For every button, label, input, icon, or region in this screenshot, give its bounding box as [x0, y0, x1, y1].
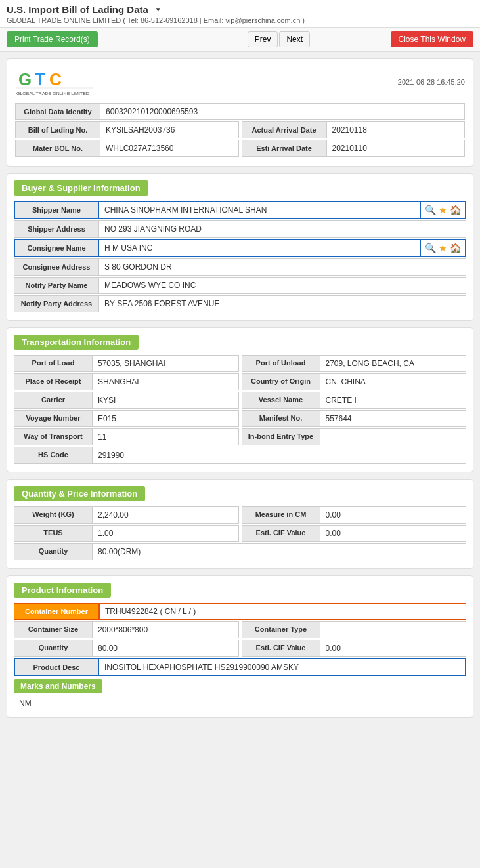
buyer-supplier-header: Buyer & Supplier Information	[14, 180, 148, 196]
inbond-label: In-bond Entry Type	[242, 428, 320, 445]
measure-value: 0.00	[320, 506, 467, 524]
notify-address-label: Notify Party Address	[14, 295, 99, 312]
shipper-address-label: Shipper Address	[14, 220, 99, 238]
product-header: Product Information	[14, 583, 111, 598]
nav-buttons: Prev Next	[248, 31, 310, 47]
product-desc-value: INOSITOL HEXAPHOSPHATE HS2919900090 AMSK…	[99, 658, 466, 676]
product-desc-row: Product Desc INOSITOL HEXAPHOSPHATE HS29…	[14, 658, 466, 676]
product-section: Product Information Container Number TRH…	[7, 575, 473, 718]
consignee-search-icon[interactable]: 🔍	[425, 243, 436, 253]
vessel-col: Vessel Name CRETE I	[242, 392, 467, 409]
esti-arrival-col: Esti Arrival Date 20210110	[242, 140, 466, 157]
gdi-label: Global Data Identity	[15, 103, 100, 120]
container-type-col: Container Type	[242, 621, 467, 638]
vessel-label: Vessel Name	[242, 392, 320, 409]
shipper-name-label: Shipper Name	[14, 201, 99, 219]
port-load-row: Port of Load 57035, SHANGHAI Port of Unl…	[14, 355, 466, 372]
title-text: U.S. Import Bill of Lading Data	[7, 4, 148, 15]
consignee-icons: 🔍 ★ 🏠	[421, 239, 466, 257]
measure-col: Measure in CM 0.00	[242, 506, 467, 524]
notify-address-value: BY SEA 2506 FOREST AVENUE	[99, 295, 466, 312]
teus-row: TEUS 1.00 Esti. CIF Value 0.00	[14, 525, 466, 542]
hs-code-row: HS Code 291990	[14, 447, 466, 464]
prev-button[interactable]: Prev	[248, 31, 278, 47]
main-content: G T C GLOBAL TRADE ONLINE LIMITED 2021-0…	[0, 52, 480, 731]
prod-quantity-col: Quantity 80.00	[14, 640, 239, 657]
esti-cif-label: Esti. CIF Value	[242, 525, 320, 542]
prod-esti-cif-value: 0.00	[320, 640, 467, 657]
shipper-name-row: Shipper Name CHINA SINOPHARM INTERNATION…	[14, 201, 466, 219]
actual-arrival-col: Actual Arrival Date 20210118	[242, 121, 466, 138]
consignee-name-value: H M USA INC	[99, 239, 421, 257]
shipper-name-value: CHINA SINOPHARM INTERNATIONAL SHAN	[99, 201, 421, 219]
port-unload-label: Port of Unload	[242, 355, 320, 372]
marks-section: Marks and Numbers NM	[14, 679, 466, 711]
shipper-search-icon[interactable]: 🔍	[425, 205, 436, 215]
container-size-label: Container Size	[14, 621, 93, 638]
close-button[interactable]: Close This Window	[391, 31, 473, 47]
carrier-row: Carrier KYSI Vessel Name CRETE I	[14, 392, 466, 409]
container-size-col: Container Size 2000*806*800	[14, 621, 239, 638]
quantity-value: 80.00(DRM)	[93, 543, 466, 560]
marks-header: Marks and Numbers	[14, 679, 102, 693]
esti-arrival-value: 20210110	[327, 140, 466, 157]
prod-quantity-value: 80.00	[93, 640, 239, 657]
consignee-star-icon[interactable]: ★	[439, 243, 447, 253]
country-origin-value: CN, CHINA	[320, 373, 467, 390]
carrier-col: Carrier KYSI	[14, 392, 239, 409]
voyage-value: E015	[93, 410, 239, 427]
title-dropdown-icon[interactable]: ▼	[155, 6, 162, 13]
timestamp: 2021-06-28 16:45:20	[398, 78, 465, 86]
doc-header: G T C GLOBAL TRADE ONLINE LIMITED 2021-0…	[15, 67, 465, 96]
actual-arrival-label: Actual Arrival Date	[242, 121, 327, 138]
notify-address-row: Notify Party Address BY SEA 2506 FOREST …	[14, 295, 466, 312]
voyage-label: Voyage Number	[14, 410, 93, 427]
consignee-address-label: Consignee Address	[14, 258, 99, 276]
transportation-section: Transportation Information Port of Load …	[7, 327, 473, 472]
vessel-value: CRETE I	[320, 392, 467, 409]
port-unload-col: Port of Unload 2709, LONG BEACH, CA	[242, 355, 467, 372]
manifest-col: Manifest No. 557644	[242, 410, 467, 427]
voyage-row: Voyage Number E015 Manifest No. 557644	[14, 410, 466, 427]
teus-col: TEUS 1.00	[14, 525, 239, 542]
prod-esti-cif-label: Esti. CIF Value	[242, 640, 320, 657]
buyer-supplier-section: Buyer & Supplier Information Shipper Nam…	[7, 173, 473, 321]
container-number-value: TRHU4922842 ( CN / L / )	[99, 603, 466, 620]
prod-esti-cif-col: Esti. CIF Value 0.00	[242, 640, 467, 657]
print-button[interactable]: Print Trade Record(s)	[7, 31, 98, 47]
container-type-label: Container Type	[242, 621, 320, 638]
doc-header-container: G T C GLOBAL TRADE ONLINE LIMITED 2021-0…	[7, 58, 473, 167]
shipper-star-icon[interactable]: ★	[439, 205, 447, 215]
port-load-label: Port of Load	[14, 355, 93, 372]
esti-cif-value: 0.00	[320, 525, 467, 542]
container-number-label: Container Number	[14, 603, 99, 620]
subtitle-text: GLOBAL TRADE ONLINE LIMITED ( Tel: 86-51…	[7, 16, 473, 24]
consignee-home-icon[interactable]: 🏠	[450, 243, 461, 253]
carrier-value: KYSI	[93, 392, 239, 409]
esti-cif-col: Esti. CIF Value 0.00	[242, 525, 467, 542]
company-logo: G T C GLOBAL TRADE ONLINE LIMITED	[15, 67, 94, 96]
weight-row: Weight (KG) 2,240.00 Measure in CM 0.00	[14, 506, 466, 524]
prod-quantity-row: Quantity 80.00 Esti. CIF Value 0.00	[14, 640, 466, 657]
marks-value: NM	[14, 696, 466, 711]
manifest-label: Manifest No.	[242, 410, 320, 427]
svg-text:C: C	[49, 70, 62, 89]
quantity-price-header: Quantity & Price Information	[14, 486, 145, 501]
shipper-icons: 🔍 ★ 🏠	[421, 201, 466, 219]
container-size-value: 2000*806*800	[93, 621, 239, 638]
svg-text:G: G	[18, 70, 32, 89]
place-receipt-col: Place of Receipt SHANGHAI	[14, 373, 239, 390]
prod-quantity-label: Quantity	[14, 640, 93, 657]
way-transport-label: Way of Transport	[14, 428, 93, 445]
master-bol-col: Mater BOL No. WHLC027A713560	[15, 140, 239, 157]
consignee-name-row: Consignee Name H M USA INC 🔍 ★ 🏠	[14, 239, 466, 257]
shipper-home-icon[interactable]: 🏠	[450, 205, 461, 215]
master-bol-label: Mater BOL No.	[15, 140, 100, 157]
toolbar: Print Trade Record(s) Prev Next Close Th…	[0, 28, 480, 52]
voyage-col: Voyage Number E015	[14, 410, 239, 427]
inbond-value	[320, 428, 467, 445]
next-button[interactable]: Next	[279, 31, 310, 47]
port-load-value: 57035, SHANGHAI	[93, 355, 239, 372]
container-number-row: Container Number TRHU4922842 ( CN / L / …	[14, 603, 466, 620]
page-title: U.S. Import Bill of Lading Data ▼	[7, 4, 473, 15]
